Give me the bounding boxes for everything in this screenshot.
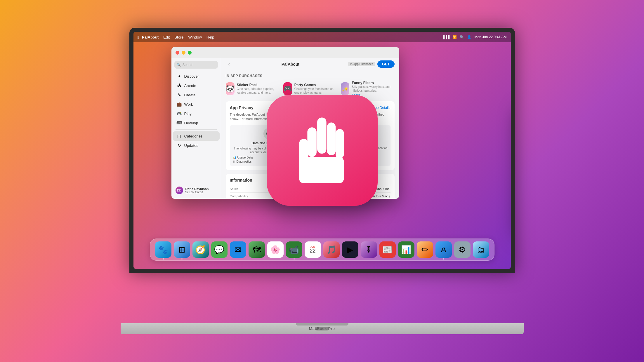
close-button[interactable] bbox=[176, 51, 179, 55]
menubar-battery-icon: ▐▐▐ bbox=[442, 35, 450, 39]
menubar-appstore[interactable]: PalAbout bbox=[142, 35, 159, 39]
header-right: In-App Purchases GET bbox=[348, 60, 394, 68]
dock-music[interactable]: 🎵 bbox=[323, 241, 340, 258]
user-initials: DD bbox=[177, 189, 181, 192]
sidebar-separator bbox=[176, 129, 217, 130]
menubar-items: PalAbout Edit Store Window Help bbox=[142, 35, 214, 39]
work-icon: 💼 bbox=[177, 102, 182, 107]
window-titlebar bbox=[171, 47, 399, 58]
sidebar-label-discover: Discover bbox=[184, 74, 199, 79]
svg-rect-3 bbox=[317, 118, 327, 154]
dock-area: 🐾 ⊞ 🧭 💬 ✉ 🗺 🌸 📹 JUN 22 🎵 ▶ bbox=[150, 239, 494, 261]
usage-icon: 📊 bbox=[233, 156, 236, 159]
party-desc: Challenge your friends one-on-one or pla… bbox=[294, 87, 337, 95]
sidebar-item-develop[interactable]: ⌨ Develop bbox=[173, 118, 220, 128]
sidebar: 🔍 Search ✦ Discover 🕹 Arcade bbox=[171, 58, 221, 199]
user-info: Darla Davidson $29.97 Credit bbox=[185, 187, 209, 194]
svg-rect-6 bbox=[336, 129, 344, 159]
location-label: Location bbox=[376, 147, 388, 150]
user-credit: $29.97 Credit bbox=[185, 191, 209, 194]
dock: 🐾 ⊞ 🧭 💬 ✉ 🗺 🌸 📹 JUN 22 🎵 ▶ bbox=[150, 239, 494, 261]
dock-messages[interactable]: 💬 bbox=[211, 241, 228, 258]
dock-tv[interactable]: ▶ bbox=[342, 241, 358, 258]
sidebar-user[interactable]: DD Darla Davidson $29.97 Credit bbox=[171, 184, 221, 196]
create-icon: ✎ bbox=[177, 92, 182, 98]
hand-svg bbox=[289, 111, 356, 190]
sidebar-search[interactable]: 🔍 Search bbox=[174, 61, 218, 69]
dock-news[interactable]: 📰 bbox=[379, 241, 396, 258]
palabout-icon bbox=[267, 95, 378, 206]
dock-numbers[interactable]: 📊 bbox=[398, 241, 414, 258]
sidebar-item-play[interactable]: 🎮 Play bbox=[173, 109, 220, 118]
get-button[interactable]: GET bbox=[377, 60, 395, 68]
menubar-store[interactable]: Store bbox=[174, 35, 183, 39]
menubar-user-icon: 👤 bbox=[467, 35, 471, 39]
filter-icon: ✨ bbox=[341, 82, 349, 95]
filter-name: Funny Filters bbox=[352, 81, 394, 85]
categories-icon: ◫ bbox=[177, 133, 182, 139]
app-icon-overlay bbox=[267, 95, 378, 206]
search-icon: 🔍 bbox=[177, 63, 181, 67]
in-app-badge: In-App Purchases bbox=[348, 62, 375, 66]
menubar:  PalAbout Edit Store Window Help ▐▐▐ 🛜 … bbox=[133, 32, 511, 42]
back-button[interactable]: ‹ bbox=[226, 61, 233, 68]
minimize-button[interactable] bbox=[182, 51, 185, 55]
maximize-button[interactable] bbox=[188, 51, 192, 55]
seller-label: Seller bbox=[230, 187, 238, 191]
sidebar-item-updates[interactable]: ↻ Updates bbox=[173, 141, 220, 150]
dock-safari[interactable]: 🧭 bbox=[192, 241, 209, 258]
purchases-row: 🐼 Sticker Pack Cute cats, adorable puppi… bbox=[226, 81, 395, 97]
usage-label: Usage Data bbox=[237, 156, 253, 159]
sidebar-item-discover[interactable]: ✦ Discover bbox=[173, 72, 220, 81]
macbook-label: MacBook Pro bbox=[309, 326, 335, 331]
macbook-hinge bbox=[296, 323, 348, 326]
user-avatar: DD bbox=[176, 187, 183, 194]
menubar-search-icon[interactable]: 🔍 bbox=[460, 35, 464, 39]
menubar-time: Mon Jun 22 9:41 AM bbox=[474, 35, 506, 39]
sidebar-item-arcade[interactable]: 🕹 Arcade bbox=[173, 81, 220, 90]
sidebar-nav: ✦ Discover 🕹 Arcade ✎ Create bbox=[171, 72, 221, 150]
dock-settings[interactable]: ⚙ bbox=[454, 241, 471, 258]
dock-maps[interactable]: 🗺 bbox=[249, 241, 265, 258]
macbook:  PalAbout Edit Store Window Help ▐▐▐ 🛜 … bbox=[88, 28, 556, 334]
menubar-edit[interactable]: Edit bbox=[163, 35, 170, 39]
compatibility-label: Compatibility bbox=[230, 194, 248, 198]
macbook-base: MacBook Pro bbox=[121, 323, 524, 334]
apple-menu-icon[interactable]:  bbox=[138, 35, 139, 40]
dock-mail[interactable]: ✉ bbox=[230, 241, 246, 258]
play-icon: 🎮 bbox=[177, 111, 182, 116]
dock-keynote[interactable]: ✏ bbox=[417, 241, 433, 258]
menubar-window[interactable]: Window bbox=[188, 35, 202, 39]
develop-icon: ⌨ bbox=[177, 120, 182, 126]
dock-appstore[interactable]: A bbox=[435, 241, 452, 258]
menubar-wifi-icon: 🛜 bbox=[452, 35, 457, 39]
purchase-item-party: 🎮 Party Games Challenge your friends one… bbox=[283, 81, 337, 97]
purchase-item-sticker: 🐼 Sticker Pack Cute cats, adorable puppi… bbox=[226, 81, 279, 97]
sidebar-item-create[interactable]: ✎ Create bbox=[173, 90, 220, 100]
main-header: ‹ PalAbout In-App Purchases GET bbox=[221, 58, 399, 70]
svg-rect-8 bbox=[299, 157, 344, 183]
dock-launchpad[interactable]: ⊞ bbox=[174, 241, 190, 258]
sticker-desc: Cute cats, adorable puppies, lovable pan… bbox=[237, 87, 279, 95]
search-placeholder: Search bbox=[183, 63, 194, 67]
sidebar-label-play: Play bbox=[184, 112, 192, 116]
user-name: Darla Davidson bbox=[185, 187, 209, 191]
dock-podcasts[interactable]: 🎙 bbox=[361, 241, 377, 258]
sidebar-item-categories[interactable]: ◫ Categories bbox=[173, 131, 220, 141]
menubar-right: ▐▐▐ 🛜 🔍 👤 Mon Jun 22 9:41 AM bbox=[442, 35, 507, 39]
sidebar-item-work[interactable]: 💼 Work bbox=[173, 100, 220, 109]
menubar-help[interactable]: Help bbox=[206, 35, 214, 39]
sticker-icon: 🐼 bbox=[226, 82, 235, 95]
svg-rect-5 bbox=[307, 127, 317, 157]
sidebar-label-categories: Categories bbox=[184, 134, 203, 138]
sidebar-label-arcade: Arcade bbox=[184, 83, 196, 88]
privacy-title: App Privacy bbox=[230, 105, 254, 110]
dock-finder2[interactable]: 🗂 bbox=[473, 241, 489, 258]
discover-icon: ✦ bbox=[177, 74, 182, 79]
dock-calendar[interactable]: JUN 22 bbox=[305, 241, 321, 258]
dock-finder[interactable]: 🐾 bbox=[155, 241, 171, 258]
dock-facetime[interactable]: 📹 bbox=[286, 241, 302, 258]
sidebar-label-create: Create bbox=[184, 93, 196, 97]
updates-icon: ↻ bbox=[177, 143, 182, 148]
dock-photos[interactable]: 🌸 bbox=[267, 241, 284, 258]
